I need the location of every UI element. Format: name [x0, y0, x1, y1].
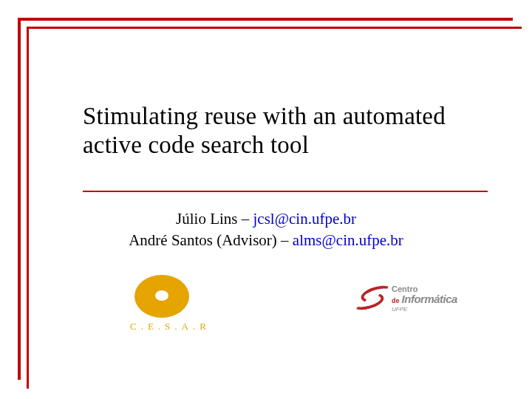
title-underline	[83, 191, 488, 192]
cesar-text: C.E.S.A.R	[130, 321, 211, 332]
authors-block: Júlio Lins – jcsl@cin.ufpe.br André Sant…	[0, 208, 532, 252]
author-2-name: André Santos (Advisor) –	[129, 231, 293, 249]
cin-text-2: de	[392, 297, 400, 304]
author-2-email: alms@cin.ufpe.br	[293, 231, 403, 249]
logo-cin: Centro de Informática UFPE	[346, 281, 464, 336]
slide-title: Stimulating reuse with an automated acti…	[83, 102, 458, 160]
author-1-email: jcsl@cin.ufpe.br	[253, 210, 355, 228]
author-1-name: Júlio Lins –	[176, 210, 253, 228]
cin-text-block: Centro de Informática UFPE	[392, 285, 457, 313]
author-line-2: André Santos (Advisor) – alms@cin.ufpe.b…	[0, 230, 532, 251]
title-block: Stimulating reuse with an automated acti…	[83, 102, 458, 160]
logo-cesar: C.E.S.A.R	[111, 273, 222, 344]
cin-text-4: UFPE	[392, 306, 407, 313]
author-line-1: Júlio Lins – jcsl@cin.ufpe.br	[0, 208, 532, 230]
cesar-dot-icon	[155, 290, 168, 301]
cin-text-3: Informática	[402, 293, 457, 305]
